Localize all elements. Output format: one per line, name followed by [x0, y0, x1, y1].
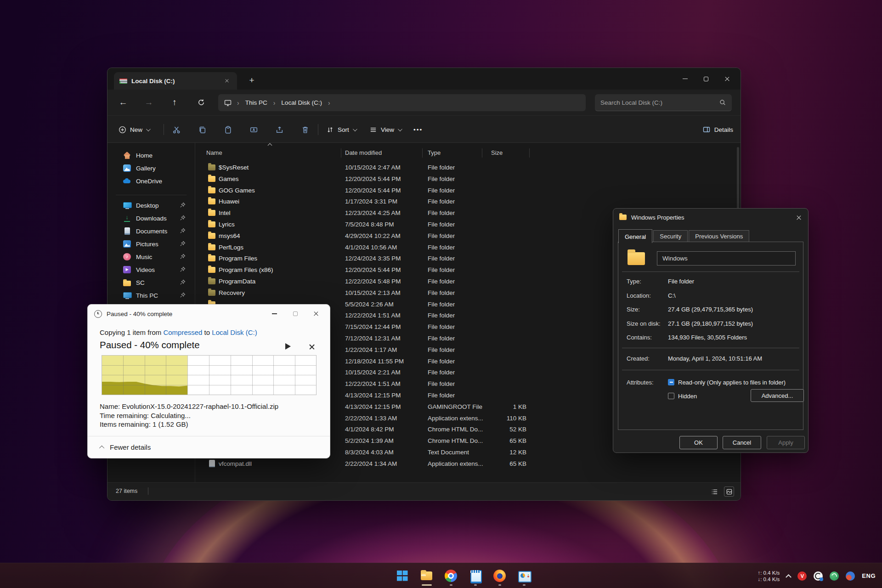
up-button[interactable]: ↑ [165, 94, 184, 111]
column-header-name[interactable]: Name [206, 149, 222, 156]
sidebar-item[interactable]: Documents [109, 225, 193, 237]
new-tab-button[interactable]: + [245, 74, 258, 87]
sidebar-item[interactable]: Gallery [109, 162, 193, 175]
search-input[interactable]: Search Local Disk (C:) [595, 94, 732, 111]
delete-button[interactable] [295, 121, 315, 138]
toolbar-separator [318, 124, 318, 135]
sidebar-item-icon [123, 227, 131, 235]
new-button[interactable]: New [114, 121, 154, 138]
column-header-type[interactable]: Type [428, 149, 441, 156]
ok-button[interactable]: OK [679, 436, 718, 449]
explorer-tab[interactable]: Local Disk (C:) [114, 72, 237, 90]
column-separator[interactable] [482, 148, 482, 158]
forward-button[interactable]: → [140, 94, 158, 111]
file-type: File folder [428, 175, 455, 182]
taskbar-app-button[interactable] [391, 565, 413, 587]
language-indicator[interactable]: ENG [862, 572, 876, 579]
taskbar-app-button[interactable] [464, 565, 486, 587]
antivirus-icon[interactable]: V [797, 571, 807, 581]
file-date-modified: 12/22/2024 5:48 PM [345, 278, 401, 285]
view-button[interactable]: View [365, 121, 406, 138]
sidebar-item[interactable]: Desktop [109, 199, 193, 212]
copy-source-link[interactable]: Compressed [163, 328, 202, 336]
browser-icon[interactable] [846, 571, 855, 581]
sidebar-item[interactable]: OneDrive [109, 175, 193, 187]
tab-close-button[interactable] [221, 75, 232, 86]
close-button[interactable] [717, 68, 738, 90]
column-separator[interactable] [529, 148, 530, 158]
refresh-button[interactable] [192, 94, 210, 111]
taskbar-app-button[interactable] [416, 565, 437, 587]
sidebar-item[interactable]: This PC [109, 289, 193, 302]
system-tray: ↑: 0.4 K/s ↓: 0.4 K/s V ENG [758, 563, 876, 588]
sidebar-item-label: This PC [136, 292, 158, 299]
column-separator[interactable] [422, 148, 423, 158]
share-button[interactable] [269, 121, 289, 138]
file-type: GAMINGROOT File [428, 403, 482, 410]
file-row[interactable]: vfcompat.dll 2/22/2024 1:34 AM Applicati… [195, 458, 741, 470]
network-speed-widget[interactable]: ↑: 0.4 K/s ↓: 0.4 K/s [758, 570, 780, 582]
cancel-copy-button[interactable] [309, 343, 315, 351]
copy-button[interactable] [192, 121, 212, 138]
file-date-modified: 12/18/2024 11:55 PM [345, 358, 404, 365]
properties-tab[interactable]: General [618, 229, 652, 243]
paste-button[interactable] [218, 121, 238, 138]
file-icon [208, 221, 215, 227]
list-view-toggle[interactable] [709, 486, 719, 497]
file-row[interactable]: GOG Games 12/20/2024 5:44 PM File folder [195, 185, 741, 197]
back-button[interactable]: ← [114, 94, 132, 111]
readonly-checkbox[interactable] [668, 379, 674, 385]
copy-minimize-button[interactable] [264, 305, 285, 323]
attributes-label: Attributes: [627, 379, 654, 386]
apply-button[interactable]: Apply [767, 436, 805, 449]
file-row[interactable]: Huawei 1/17/2024 3:31 PM File folder [195, 196, 741, 208]
breadcrumb[interactable]: › This PC › Local Disk (C:) › [218, 94, 586, 111]
copy-destination-link[interactable]: Local Disk (C:) [212, 328, 257, 336]
file-row[interactable]: Games 12/20/2024 5:44 PM File folder [195, 174, 741, 185]
field-label: Size: [627, 306, 640, 313]
file-type: File folder [428, 392, 455, 399]
folder-name-field[interactable]: Windows [657, 251, 796, 266]
advanced-button[interactable]: Advanced... [751, 389, 804, 402]
hidden-checkbox[interactable] [668, 393, 674, 399]
file-icon [208, 267, 215, 273]
taskbar-app-button[interactable] [513, 565, 535, 587]
properties-tab[interactable]: Security [653, 230, 688, 243]
resume-button[interactable] [285, 343, 291, 350]
column-header-date-modified[interactable]: Date modified [345, 149, 382, 156]
cut-button[interactable] [166, 121, 187, 138]
sidebar-item[interactable]: Music [109, 250, 193, 263]
fewer-details-label: Fewer details [110, 443, 151, 451]
taskbar-app-icon [420, 570, 433, 582]
thumbnail-view-toggle[interactable] [724, 486, 734, 497]
minimize-button[interactable] [674, 68, 695, 90]
sidebar-item[interactable]: Pictures [109, 237, 193, 250]
hidden-label: Hidden [678, 393, 697, 400]
copy-close-button[interactable] [305, 305, 326, 323]
cancel-button[interactable]: Cancel [723, 436, 761, 449]
column-header-size[interactable]: Size [491, 149, 503, 156]
sidebar-item[interactable]: Videos [109, 263, 193, 276]
idm-icon[interactable] [830, 571, 839, 581]
taskbar-app-button[interactable] [440, 565, 462, 587]
capcut-icon[interactable] [814, 571, 823, 581]
rename-button[interactable] [243, 121, 264, 138]
fewer-details-button[interactable]: Fewer details [101, 443, 151, 451]
file-name: Program Files [219, 255, 257, 262]
sort-button[interactable]: Sort [322, 121, 361, 138]
sidebar-item[interactable]: Home [109, 149, 193, 162]
file-row[interactable]: $SysReset 10/15/2024 2:47 AM File folder [195, 162, 741, 174]
breadcrumb-this-pc[interactable]: This PC [244, 98, 268, 107]
taskbar-app-button[interactable] [489, 565, 510, 587]
properties-tab[interactable]: Previous Versions [689, 230, 749, 243]
sidebar-item[interactable]: Downloads [109, 212, 193, 225]
tray-overflow-chevron-icon[interactable] [786, 574, 792, 580]
breadcrumb-local-disk[interactable]: Local Disk (C:) [280, 98, 323, 107]
details-pane-button[interactable]: Details [702, 121, 733, 138]
maximize-button[interactable] [695, 68, 717, 90]
properties-close-button[interactable] [796, 214, 802, 222]
column-separator[interactable] [341, 148, 341, 158]
more-options-button[interactable]: ••• [409, 121, 427, 138]
copy-maximize-button[interactable] [285, 305, 305, 323]
sidebar-item[interactable]: SC [109, 276, 193, 289]
